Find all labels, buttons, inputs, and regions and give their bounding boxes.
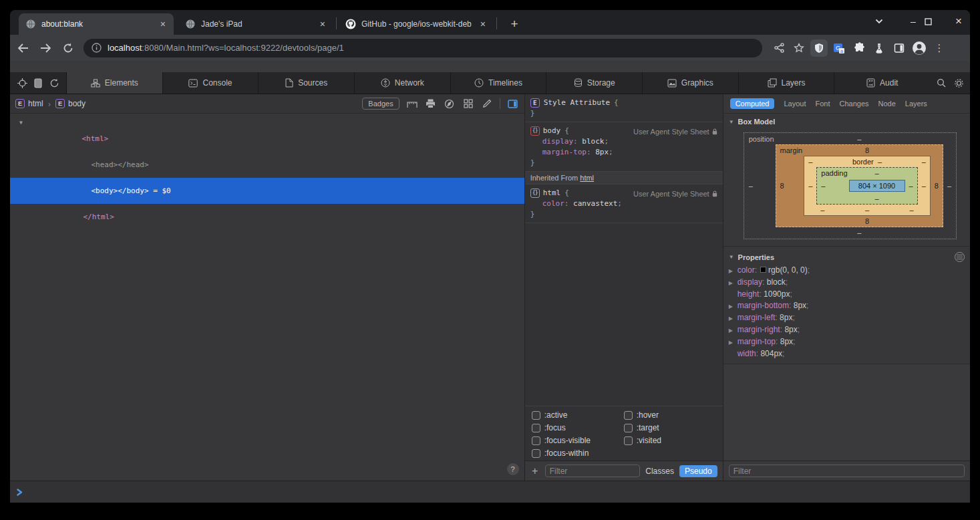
box-model-header[interactable]: ▼ Box Model: [723, 114, 970, 127]
inherited-node-link[interactable]: html: [580, 174, 594, 182]
minimize-button[interactable]: –: [902, 16, 925, 27]
reload-page-icon[interactable]: [46, 75, 62, 91]
pseudo-checkbox-focus-within[interactable]: :focus-within: [532, 448, 624, 458]
expand-arrow-icon[interactable]: ▶: [729, 301, 738, 312]
dom-node-html-close[interactable]: </html>: [10, 204, 524, 230]
breadcrumb-body[interactable]: E body: [55, 99, 86, 108]
pseudo-checkbox-visited[interactable]: :visited: [624, 436, 716, 445]
new-tab-button[interactable]: +: [506, 15, 523, 33]
tab-layout[interactable]: Layout: [784, 100, 806, 108]
padding-bottom-value[interactable]: –: [849, 193, 905, 204]
tab-font[interactable]: Font: [815, 100, 830, 108]
ruler-icon[interactable]: [406, 98, 418, 109]
margin-bottom-value[interactable]: 8: [804, 216, 931, 227]
pseudo-checkbox-focus-visible[interactable]: :focus-visible: [532, 436, 624, 445]
position-right-value[interactable]: –: [943, 182, 955, 190]
tab-computed[interactable]: Computed: [730, 98, 775, 109]
tab-sources[interactable]: Sources: [259, 72, 355, 94]
rule-source[interactable]: User Agent Style Sheet: [633, 126, 717, 137]
checkbox[interactable]: [532, 436, 540, 445]
tab-audit[interactable]: Audit: [834, 72, 930, 94]
pseudo-checkbox-focus[interactable]: :focus: [532, 423, 624, 432]
pseudo-checkbox-hover[interactable]: :hover: [624, 410, 716, 420]
content-size[interactable]: 804 × 1090: [849, 180, 905, 192]
tab-network[interactable]: Network: [355, 72, 451, 94]
padding-top-value[interactable]: –: [849, 168, 905, 178]
toggle-details-sidebar-icon[interactable]: [507, 98, 519, 109]
tab-github[interactable]: GitHub - google/ios-webkit-deb ×: [339, 13, 494, 35]
forward-button[interactable]: [35, 38, 55, 58]
computed-property[interactable]: ▶color:rgb(0, 0, 0);: [729, 265, 965, 277]
address-bar[interactable]: localhost:8080/Main.html?ws=localhost:92…: [84, 39, 762, 57]
properties-filter-menu-icon[interactable]: [955, 252, 965, 262]
quick-console[interactable]: [10, 481, 970, 503]
tab-close-icon[interactable]: ×: [159, 19, 167, 29]
tab-console[interactable]: Console: [163, 72, 259, 94]
tab-close-icon[interactable]: ×: [479, 19, 487, 29]
close-window-button[interactable]: ×: [947, 15, 970, 28]
border-corner-value[interactable]: –: [910, 206, 914, 214]
info-icon[interactable]: [92, 43, 102, 53]
pseudo-checkbox-target[interactable]: :target: [624, 423, 716, 432]
shield-extension-icon[interactable]: [810, 39, 828, 57]
computed-property[interactable]: height: 1090px;: [729, 289, 965, 300]
checkbox[interactable]: [532, 424, 540, 432]
kebab-menu-icon[interactable]: ⋮: [929, 38, 949, 58]
translate-extension-icon[interactable]: Ga: [829, 38, 849, 58]
profile-avatar[interactable]: [909, 38, 929, 58]
help-button[interactable]: ?: [507, 463, 519, 475]
border-corner-value[interactable]: –: [804, 156, 816, 167]
color-swatch[interactable]: [760, 267, 766, 273]
border-corner-value[interactable]: –: [820, 206, 824, 214]
inspect-element-icon[interactable]: [14, 75, 30, 91]
margin-right-value[interactable]: 8: [931, 182, 943, 190]
margin-top-value[interactable]: 8: [804, 145, 931, 156]
css-property[interactable]: display: block;: [530, 136, 717, 147]
disclosure-triangle-icon[interactable]: ▼: [19, 118, 23, 127]
bookmark-star-icon[interactable]: [789, 38, 809, 58]
html-rule-section[interactable]: {} html { User Agent Style Sheet color: …: [525, 184, 723, 223]
border-left-value[interactable]: –: [804, 182, 816, 190]
pseudo-toggle[interactable]: Pseudo: [679, 465, 717, 477]
edit-pencil-icon[interactable]: [481, 98, 493, 109]
badges-button[interactable]: Badges: [362, 98, 399, 110]
border-right-value[interactable]: –: [918, 182, 930, 190]
position-left-value[interactable]: –: [745, 182, 776, 190]
dom-node-html-open[interactable]: ▼ <html>: [10, 117, 524, 152]
tab-layers[interactable]: Layers: [739, 72, 835, 94]
print-icon[interactable]: [425, 98, 437, 109]
expand-arrow-icon[interactable]: ▶: [729, 265, 738, 277]
checkbox[interactable]: [624, 411, 633, 420]
computed-property[interactable]: ▶margin-top: 8px;: [729, 336, 965, 348]
tab-layers[interactable]: Layers: [905, 100, 927, 108]
tab-changes[interactable]: Changes: [839, 100, 868, 108]
reload-button[interactable]: [58, 38, 78, 58]
new-rule-button[interactable]: +: [530, 467, 540, 476]
dom-node-body-selected[interactable]: <body></body> = $0: [10, 178, 524, 204]
search-icon[interactable]: [933, 75, 950, 91]
extensions-puzzle-icon[interactable]: [849, 38, 869, 58]
tab-about-blank[interactable]: about:blank ×: [19, 13, 174, 35]
style-attribute-section[interactable]: E Style Attribute { }: [525, 94, 723, 122]
computed-property[interactable]: ▶display: block;: [729, 277, 965, 289]
css-property[interactable]: color: canvastext;: [530, 199, 717, 209]
share-icon[interactable]: [769, 38, 789, 58]
computed-property[interactable]: ▶margin-bottom: 8px;: [729, 300, 965, 312]
css-property[interactable]: margin-top: 8px;: [530, 147, 717, 158]
back-button[interactable]: [13, 38, 33, 58]
computed-filter-input[interactable]: [729, 465, 965, 477]
checkbox[interactable]: [624, 424, 633, 432]
margin-left-value[interactable]: 8: [776, 182, 804, 190]
padding-right-value[interactable]: –: [905, 182, 917, 190]
compass-appearance-icon[interactable]: [444, 98, 456, 109]
properties-header[interactable]: ▼ Properties: [723, 246, 970, 263]
breadcrumb-html[interactable]: E html: [15, 99, 43, 108]
classes-toggle[interactable]: Classes: [645, 467, 674, 476]
checkbox[interactable]: [532, 411, 540, 420]
border-top-value[interactable]: –: [878, 158, 882, 166]
tab-jades-ipad[interactable]: Jade's iPad ×: [178, 13, 333, 35]
rule-source[interactable]: User Agent Style Sheet: [633, 188, 717, 199]
maximize-button[interactable]: [925, 18, 947, 25]
tab-search-button[interactable]: [875, 10, 898, 33]
computed-property[interactable]: ▶margin-right: 8px;: [729, 324, 965, 336]
